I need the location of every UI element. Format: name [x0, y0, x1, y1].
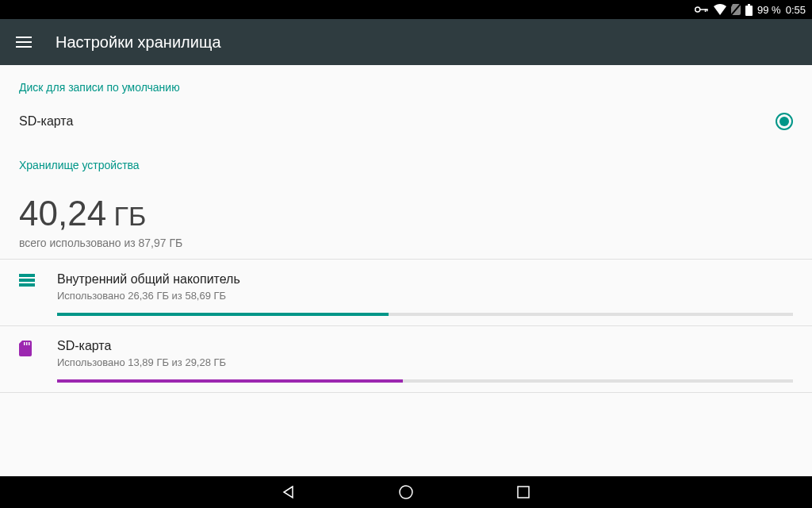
menu-button[interactable] — [14, 33, 33, 52]
summary-amount: 40,24 ГБ — [19, 194, 793, 233]
storage-usage: Использовано 26,36 ГБ из 58,69 ГБ — [57, 290, 793, 302]
no-sim-icon — [731, 4, 741, 15]
svg-point-16 — [400, 486, 412, 498]
radio-label: SD-карта — [19, 114, 73, 129]
radio-indicator — [776, 113, 793, 130]
svg-rect-13 — [24, 342, 25, 345]
nav-recent-button[interactable] — [512, 481, 534, 503]
nav-home-button[interactable] — [395, 481, 417, 503]
vpn-key-icon — [695, 5, 709, 14]
status-bar: 99 % 0:55 — [0, 0, 812, 19]
svg-rect-11 — [19, 279, 35, 282]
page-title: Настройки хранилища — [56, 33, 221, 52]
svg-rect-12 — [19, 283, 35, 287]
wifi-icon — [714, 4, 726, 15]
summary-sub: всего использовано из 87,97 ГБ — [19, 237, 793, 249]
hamburger-icon — [16, 37, 32, 48]
svg-rect-8 — [16, 41, 32, 43]
svg-rect-9 — [16, 46, 32, 48]
back-triangle-icon — [282, 485, 296, 499]
progress-bar — [57, 379, 793, 383]
storage-summary: 40,24 ГБ всего использовано из 87,97 ГБ — [0, 178, 812, 259]
clock: 0:55 — [786, 4, 806, 16]
divider — [0, 392, 812, 393]
app-bar: Настройки хранилища — [0, 19, 812, 65]
storage-name: SD-карта — [57, 339, 793, 353]
battery-icon — [745, 4, 753, 16]
nav-back-button[interactable] — [278, 481, 300, 503]
storage-icon — [19, 274, 35, 290]
battery-percent: 99 % — [757, 4, 781, 16]
svg-rect-6 — [745, 6, 753, 16]
storage-name: Внутренний общий накопитель — [57, 272, 793, 287]
storage-item-internal[interactable]: Внутренний общий накопитель Использовано… — [0, 260, 812, 325]
recent-square-icon — [517, 486, 530, 498]
svg-rect-2 — [705, 9, 707, 12]
progress-bar — [57, 313, 793, 316]
section-default-disk: Диск для записи по умолчанию — [0, 65, 812, 100]
progress-fill — [57, 379, 403, 383]
svg-rect-5 — [748, 4, 750, 6]
radio-option-sd-card[interactable]: SD-карта — [0, 100, 812, 143]
progress-fill — [57, 313, 389, 316]
content-area: Диск для записи по умолчанию SD-карта Хр… — [0, 65, 812, 476]
svg-rect-10 — [19, 274, 35, 277]
svg-point-0 — [695, 7, 700, 12]
sd-card-icon — [19, 341, 32, 360]
svg-rect-14 — [26, 342, 28, 345]
summary-value: 40,24 — [19, 194, 106, 233]
navigation-bar — [0, 476, 812, 508]
svg-rect-3 — [707, 9, 708, 11]
section-device-storage: Хранилище устройства — [0, 143, 812, 178]
svg-rect-15 — [29, 342, 30, 345]
summary-unit: ГБ — [114, 201, 147, 231]
storage-item-sd[interactable]: SD-карта Использовано 13,89 ГБ из 29,28 … — [0, 326, 812, 392]
home-circle-icon — [398, 484, 414, 500]
svg-rect-7 — [16, 37, 32, 38]
svg-rect-17 — [518, 487, 529, 498]
storage-usage: Использовано 13,89 ГБ из 29,28 ГБ — [57, 356, 793, 368]
